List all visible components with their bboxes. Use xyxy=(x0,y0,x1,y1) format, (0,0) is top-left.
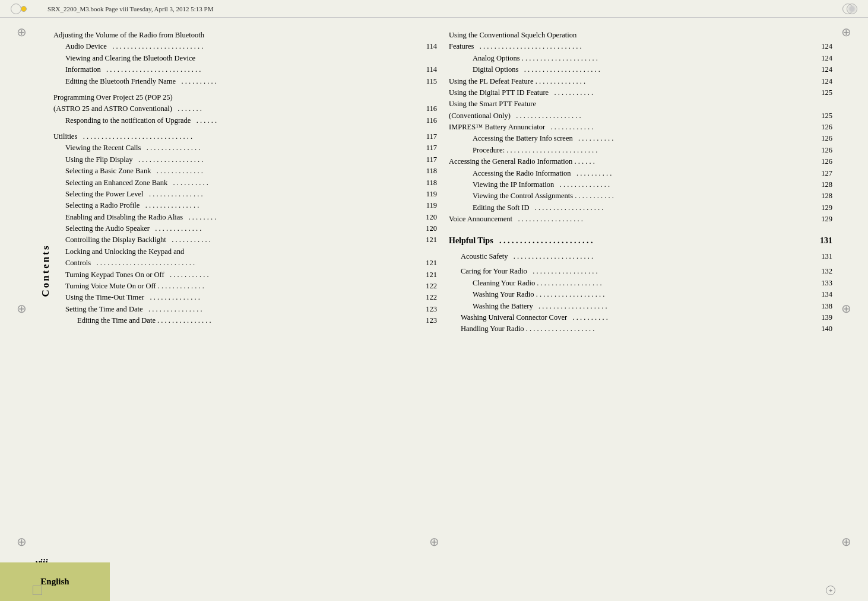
list-item: Procedure: . . . . . . . . . . . . . . .… xyxy=(449,145,832,156)
list-item: Selecting a Basic Zone Bank . . . . . . … xyxy=(53,166,437,177)
list-item: Editing the Time and Date . . . . . . . … xyxy=(53,315,437,326)
list-item: Editing the Bluetooth Friendly Name . . … xyxy=(53,76,437,87)
list-item: Using the Digital PTT ID Feature . . . .… xyxy=(449,87,832,98)
page-container: SRX_2200_M3.book Page viii Tuesday, Apri… xyxy=(0,0,868,601)
footer-area: viii English ✦ xyxy=(0,548,868,601)
list-item: Selecting the Power Level . . . . . . . … xyxy=(53,189,437,200)
list-item: (Conventional Only) . . . . . . . . . . … xyxy=(449,110,832,122)
list-item: Adjusting the Volume of the Radio from B… xyxy=(53,30,437,41)
list-item: Audio Device . . . . . . . . . . . . . .… xyxy=(53,41,437,52)
list-item: Programming Over Project 25 (POP 25) xyxy=(53,92,437,103)
list-item: Washing the Battery . . . . . . . . . . … xyxy=(449,301,832,312)
list-item: Helpful Tips . . . . . . . . . . . . . .… xyxy=(449,234,832,247)
english-language-tab[interactable]: English xyxy=(0,562,110,601)
list-item: Turning Voice Mute On or Off . . . . . .… xyxy=(53,281,437,292)
list-item: Washing Univeral Connector Cover . . . .… xyxy=(449,312,832,323)
list-item: Acoustic Safety . . . . . . . . . . . . … xyxy=(449,251,832,262)
list-item: Voice Announcement . . . . . . . . . . .… xyxy=(449,214,832,225)
header-bar: SRX_2200_M3.book Page viii Tuesday, Apri… xyxy=(0,0,868,18)
list-item: Locking and Unlocking the Keypad and xyxy=(53,246,437,257)
list-item: Viewing the IP Information . . . . . . .… xyxy=(449,179,832,190)
list-item: Viewing and Clearing the Bluetooth Devic… xyxy=(53,53,437,64)
list-item: Enabling and Disabling the Radio Alias .… xyxy=(53,212,437,223)
list-item: Using the Time-Out Timer . . . . . . . .… xyxy=(53,292,437,303)
list-item: Information . . . . . . . . . . . . . . … xyxy=(53,64,437,75)
main-content: Adjusting the Volume of the Radio from B… xyxy=(0,18,868,601)
list-item: Accessing the Radio Information . . . . … xyxy=(449,168,832,179)
list-item: Analog Options . . . . . . . . . . . . .… xyxy=(449,53,832,64)
list-item: Using the Conventional Squelch Operation xyxy=(449,30,832,41)
list-item: Controls . . . . . . . . . . . . . . . .… xyxy=(53,257,437,269)
list-item: Turning Keypad Tones On or Off . . . . .… xyxy=(53,269,437,281)
list-item: Washing Your Radio . . . . . . . . . . .… xyxy=(449,289,832,300)
list-item: Handling Your Radio . . . . . . . . . . … xyxy=(449,323,832,335)
list-item: Selecting a Radio Profile . . . . . . . … xyxy=(53,200,437,211)
list-item: (ASTRO 25 and ASTRO Conventional) . . . … xyxy=(53,103,437,115)
english-tab-label: English xyxy=(40,577,69,587)
list-item: Using the Smart PTT Feature xyxy=(449,98,832,110)
list-item: Viewing the Recent Calls . . . . . . . .… xyxy=(53,142,437,154)
list-item: Selecting the Audio Speaker . . . . . . … xyxy=(53,223,437,234)
list-item: Accessing the General Radio Information … xyxy=(449,156,832,167)
list-item: Controlling the Display Backlight . . . … xyxy=(53,234,437,246)
gear-bottom-right-icon: ✦ xyxy=(826,586,835,595)
list-item: Digital Options . . . . . . . . . . . . … xyxy=(449,64,832,75)
list-item: Cleaning Your Radio . . . . . . . . . . … xyxy=(449,278,832,289)
list-item: Setting the Time and Date . . . . . . . … xyxy=(53,304,437,315)
list-item: Using the Flip Display . . . . . . . . .… xyxy=(53,154,437,166)
list-item: Accessing the Battery Info screen . . . … xyxy=(449,133,832,144)
list-item: Caring for Your Radio . . . . . . . . . … xyxy=(449,266,832,277)
toc-right-column: Using the Conventional Squelch Operation… xyxy=(437,30,832,601)
list-item: Using the PL Defeat Feature . . . . . . … xyxy=(449,76,832,87)
list-item: Utilities . . . . . . . . . . . . . . . … xyxy=(53,131,437,142)
list-item: IMPRES™ Battery Annunciator . . . . . . … xyxy=(449,122,832,133)
toc-left-column: Adjusting the Volume of the Radio from B… xyxy=(36,30,437,601)
list-item: Viewing the Control Assignments . . . . … xyxy=(449,190,832,202)
list-item: Features . . . . . . . . . . . . . . . .… xyxy=(449,41,832,52)
list-item: Editing the Soft ID . . . . . . . . . . … xyxy=(449,202,832,214)
header-filename: SRX_2200_M3.book Page viii Tuesday, Apri… xyxy=(47,5,214,12)
list-item: Selecting an Enhanced Zone Bank . . . . … xyxy=(53,177,437,189)
sidebar-contents-label: Contents xyxy=(40,244,52,297)
list-item: Responding to the notification of Upgrad… xyxy=(53,115,437,126)
